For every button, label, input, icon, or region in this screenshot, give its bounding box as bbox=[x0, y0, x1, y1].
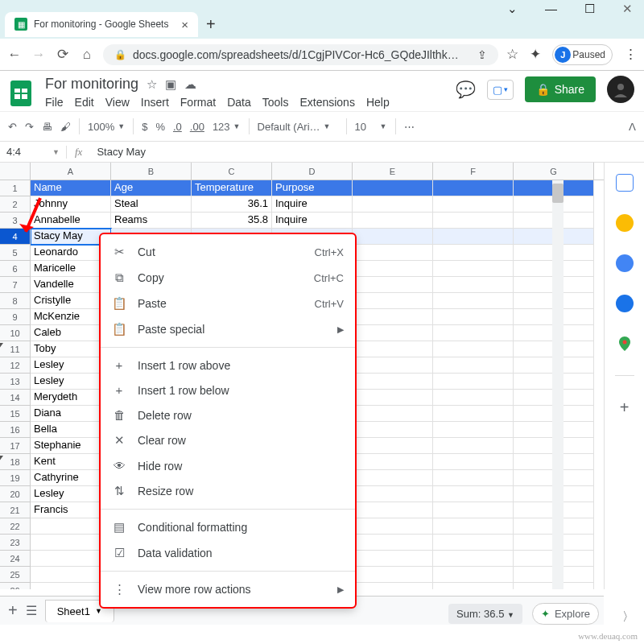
collapse-toolbar-icon[interactable]: ᐱ bbox=[629, 121, 636, 133]
cell[interactable]: Cristylle bbox=[31, 293, 111, 309]
ctx-hide-row[interactable]: 👁Hide row bbox=[101, 453, 355, 478]
doc-title[interactable]: For monitoring bbox=[45, 76, 138, 93]
cell[interactable] bbox=[433, 325, 514, 341]
cell[interactable]: Toby bbox=[31, 341, 111, 357]
ctx-paste-special[interactable]: 📋Paste special▶ bbox=[101, 316, 355, 342]
cell[interactable] bbox=[353, 438, 433, 454]
cell[interactable]: Merydeth bbox=[31, 390, 111, 406]
cell[interactable]: 35.8 bbox=[192, 213, 272, 229]
row-header[interactable]: 10 bbox=[0, 325, 31, 341]
font-select[interactable]: Default (Ari…▼ bbox=[258, 121, 338, 133]
new-tab-button[interactable]: + bbox=[206, 15, 216, 34]
cell[interactable] bbox=[433, 535, 514, 551]
ctx-insert-above[interactable]: +Insert 1 row above bbox=[101, 353, 355, 378]
profile-chip[interactable]: J Paused bbox=[552, 44, 613, 65]
row-header[interactable]: 22 bbox=[0, 518, 31, 535]
ctx-delete-row[interactable]: 🗑Delete row bbox=[101, 402, 355, 427]
cell[interactable] bbox=[433, 502, 514, 518]
sum-pill[interactable]: Sum: 36.5 ▼ bbox=[448, 604, 522, 624]
more-toolbar-icon[interactable]: ⋯ bbox=[404, 121, 415, 133]
select-all-corner[interactable] bbox=[0, 163, 31, 180]
cell[interactable]: Stephanie bbox=[31, 438, 111, 454]
cell[interactable] bbox=[353, 357, 433, 374]
cell[interactable] bbox=[353, 293, 433, 309]
ctx-conditional-formatting[interactable]: ▤Conditional formatting bbox=[101, 514, 355, 540]
cell[interactable]: Temperature bbox=[192, 180, 272, 196]
cell[interactable]: McKenzie bbox=[31, 309, 111, 325]
cell[interactable] bbox=[31, 518, 111, 535]
row-header[interactable]: 16 bbox=[0, 422, 31, 438]
close-icon[interactable]: ✕ bbox=[617, 0, 638, 18]
col-header[interactable]: B bbox=[111, 163, 192, 180]
cell[interactable] bbox=[433, 213, 514, 229]
cell[interactable] bbox=[433, 374, 514, 390]
cell[interactable]: Age bbox=[111, 180, 192, 196]
present-button[interactable]: ▢▾ bbox=[487, 80, 514, 100]
ctx-cut[interactable]: ✂CutCtrl+X bbox=[101, 239, 355, 265]
cell[interactable] bbox=[31, 583, 111, 589]
cell[interactable] bbox=[353, 213, 433, 229]
row-header[interactable]: 19 bbox=[0, 470, 31, 486]
row-header[interactable]: 12 bbox=[0, 357, 31, 374]
cell[interactable] bbox=[433, 486, 514, 502]
cell[interactable] bbox=[433, 196, 514, 213]
ctx-resize-row[interactable]: ⇅Resize row bbox=[101, 478, 355, 504]
calendar-icon[interactable] bbox=[616, 174, 634, 192]
cell[interactable] bbox=[433, 180, 514, 196]
back-button[interactable]: ← bbox=[6, 47, 23, 63]
cell[interactable] bbox=[433, 277, 514, 293]
cell[interactable]: Cathyrine bbox=[31, 470, 111, 486]
row-header[interactable]: 6 bbox=[0, 261, 31, 277]
cell[interactable] bbox=[353, 245, 433, 261]
cell[interactable] bbox=[353, 374, 433, 390]
sheets-logo-icon[interactable] bbox=[6, 79, 39, 111]
ctx-data-validation[interactable]: ☑Data validation bbox=[101, 540, 355, 566]
maps-icon[interactable] bbox=[616, 335, 634, 353]
cell[interactable] bbox=[433, 454, 514, 470]
col-header[interactable]: A bbox=[31, 163, 111, 180]
cell[interactable] bbox=[433, 406, 514, 422]
row-header[interactable]: 5 bbox=[0, 245, 31, 261]
cell[interactable]: Lesley bbox=[31, 486, 111, 502]
home-button[interactable]: ⌂ bbox=[79, 47, 95, 63]
cell[interactable] bbox=[353, 229, 433, 245]
cell[interactable]: Francis bbox=[31, 502, 111, 518]
cell[interactable]: Maricelle bbox=[31, 261, 111, 277]
col-header[interactable]: E bbox=[353, 163, 433, 180]
all-sheets-button[interactable]: ☰ bbox=[26, 603, 37, 618]
cell[interactable] bbox=[433, 341, 514, 357]
cell[interactable] bbox=[353, 406, 433, 422]
cell[interactable] bbox=[353, 470, 433, 486]
cell[interactable] bbox=[433, 551, 514, 567]
side-panel-toggle-icon[interactable]: 〉 bbox=[622, 609, 634, 625]
print-icon[interactable]: 🖶 bbox=[42, 121, 52, 133]
cell[interactable] bbox=[31, 535, 111, 551]
menu-edit[interactable]: Edit bbox=[75, 96, 94, 109]
cell[interactable] bbox=[433, 422, 514, 438]
increase-decimal-icon[interactable]: .00 bbox=[190, 121, 204, 133]
row-header[interactable]: 24 bbox=[0, 551, 31, 567]
cell[interactable] bbox=[433, 567, 514, 583]
menu-help[interactable]: Help bbox=[366, 96, 390, 109]
cell[interactable]: Inquire bbox=[272, 213, 353, 229]
name-box[interactable]: 4:4 ▼ bbox=[0, 146, 66, 158]
row-header[interactable]: 15 bbox=[0, 406, 31, 422]
row-header[interactable]: 17 bbox=[0, 438, 31, 454]
cell[interactable]: Diana bbox=[31, 406, 111, 422]
ctx-insert-below[interactable]: +Insert 1 row below bbox=[101, 378, 355, 402]
menu-data[interactable]: Data bbox=[227, 96, 251, 109]
cell[interactable]: Name bbox=[31, 180, 111, 196]
contacts-icon[interactable] bbox=[616, 295, 634, 312]
row-header[interactable]: 7 bbox=[0, 277, 31, 293]
chevron-down-icon[interactable]: ⌄ bbox=[502, 0, 522, 18]
cell[interactable] bbox=[353, 390, 433, 406]
row-header[interactable]: 8 bbox=[0, 293, 31, 309]
cell[interactable]: Vandelle bbox=[31, 277, 111, 293]
cell[interactable] bbox=[353, 277, 433, 293]
cell[interactable]: Steal bbox=[111, 196, 192, 213]
cell[interactable] bbox=[433, 438, 514, 454]
cell[interactable] bbox=[433, 261, 514, 277]
cell[interactable]: Inquire bbox=[272, 196, 353, 213]
menu-format[interactable]: Format bbox=[180, 96, 216, 109]
col-header[interactable]: C bbox=[192, 163, 272, 180]
